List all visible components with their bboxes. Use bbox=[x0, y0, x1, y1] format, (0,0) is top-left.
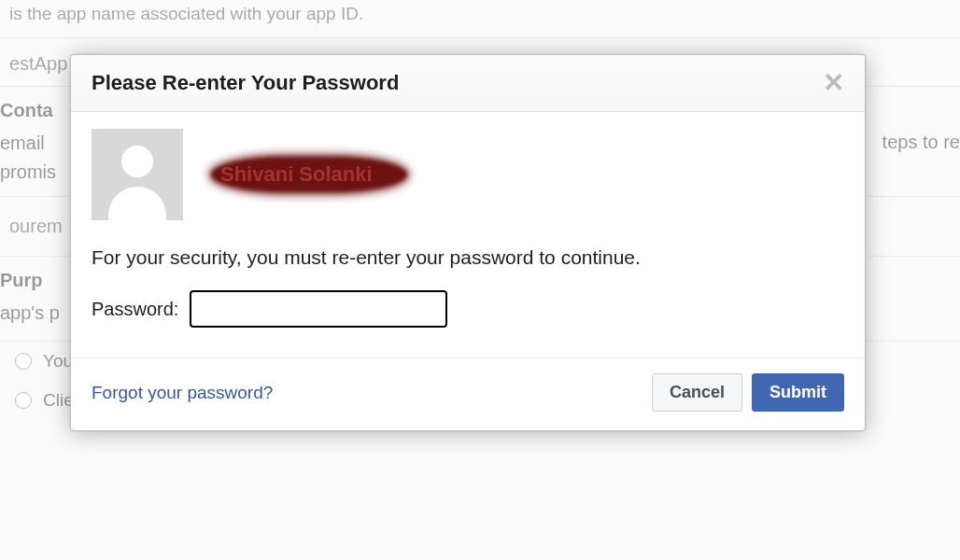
security-message: For your security, you must re-enter you… bbox=[92, 245, 844, 270]
modal-title: Please Re-enter Your Password bbox=[92, 71, 399, 95]
cancel-button[interactable]: Cancel bbox=[652, 373, 742, 412]
password-label: Password: bbox=[92, 299, 178, 320]
close-icon[interactable]: ✕ bbox=[823, 70, 844, 96]
forgot-password-link[interactable]: Forgot your password? bbox=[92, 383, 273, 403]
username-redacted: Shivani Solanki bbox=[211, 157, 407, 192]
reenter-password-modal: Please Re-enter Your Password ✕ Shivani … bbox=[70, 54, 866, 431]
modal-header: Please Re-enter Your Password ✕ bbox=[71, 55, 865, 112]
avatar bbox=[92, 129, 183, 220]
submit-button[interactable]: Submit bbox=[752, 373, 844, 412]
password-input[interactable] bbox=[190, 290, 447, 328]
username-text: Shivani Solanki bbox=[220, 162, 373, 187]
user-row: Shivani Solanki bbox=[92, 129, 844, 220]
